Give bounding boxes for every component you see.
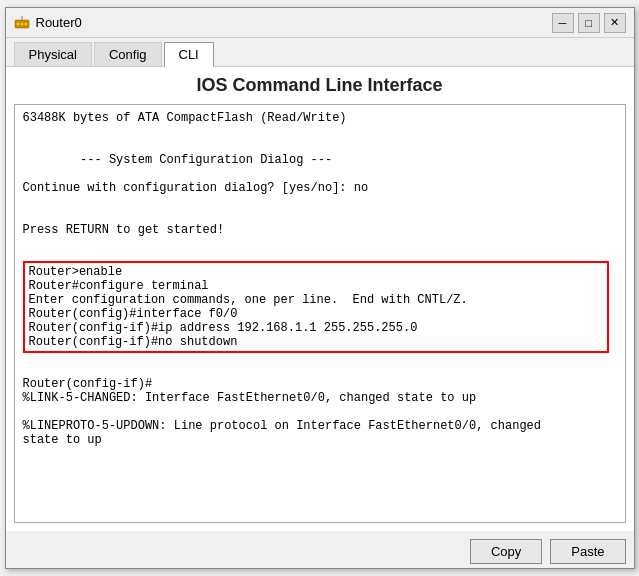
- tab-physical[interactable]: Physical: [14, 42, 92, 66]
- minimize-button[interactable]: ─: [552, 13, 574, 33]
- tab-config[interactable]: Config: [94, 42, 162, 66]
- cli-output-before: 63488K bytes of ATA CompactFlash (Read/W…: [15, 105, 625, 257]
- paste-button[interactable]: Paste: [550, 539, 625, 564]
- window-title: Router0: [36, 15, 552, 30]
- router-icon: [14, 15, 30, 31]
- cli-scroll-area[interactable]: 63488K bytes of ATA CompactFlash (Read/W…: [15, 105, 625, 522]
- bottom-bar: Copy Paste: [6, 531, 634, 568]
- cli-highlighted-text: Router>enable Router#configure terminal …: [29, 265, 603, 349]
- window-controls: ─ □ ✕: [552, 13, 626, 33]
- tab-cli[interactable]: CLI: [164, 42, 214, 67]
- close-button[interactable]: ✕: [604, 13, 626, 33]
- cli-highlighted-block: Router>enable Router#configure terminal …: [23, 261, 609, 353]
- svg-point-5: [21, 16, 23, 18]
- cli-terminal: 63488K bytes of ATA CompactFlash (Read/W…: [14, 104, 626, 523]
- copy-button[interactable]: Copy: [470, 539, 542, 564]
- page-title: IOS Command Line Interface: [14, 75, 626, 96]
- router-window: Router0 ─ □ ✕ Physical Config CLI IOS Co…: [5, 7, 635, 569]
- svg-point-3: [24, 22, 27, 25]
- tab-bar: Physical Config CLI: [6, 38, 634, 67]
- main-content: IOS Command Line Interface 63488K bytes …: [6, 67, 634, 531]
- title-bar: Router0 ─ □ ✕: [6, 8, 634, 38]
- svg-point-1: [16, 22, 19, 25]
- cli-output-after: Router(config-if)# %LINK-5-CHANGED: Inte…: [15, 357, 625, 453]
- restore-button[interactable]: □: [578, 13, 600, 33]
- svg-point-2: [20, 22, 23, 25]
- cli-highlight-wrapper: Router>enable Router#configure terminal …: [15, 257, 625, 357]
